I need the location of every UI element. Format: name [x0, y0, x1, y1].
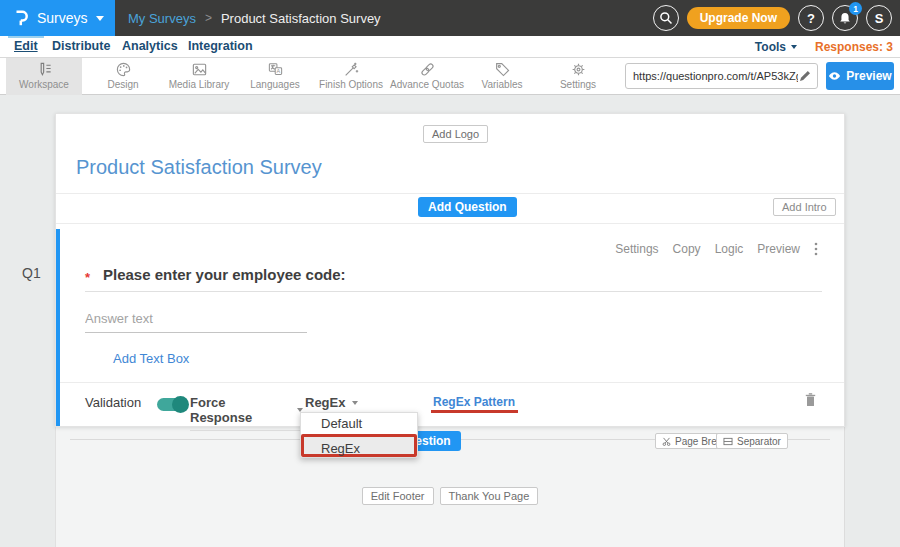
regex-pattern-link[interactable]: RegEx Pattern — [433, 395, 515, 409]
tab-analytics[interactable]: Analytics — [122, 36, 178, 58]
separator-icon — [723, 437, 733, 446]
divider — [56, 193, 844, 194]
separator-button[interactable]: Separator — [716, 433, 788, 449]
account-avatar[interactable]: S — [866, 5, 892, 31]
question-preview-action[interactable]: Preview — [757, 242, 800, 256]
gear-icon — [540, 60, 616, 79]
question-logic-action[interactable]: Logic — [715, 242, 744, 256]
validation-toggle[interactable] — [157, 398, 187, 411]
survey-url-box — [625, 63, 818, 89]
breadcrumb-current: Product Satisfaction Survey — [221, 11, 381, 26]
red-underline-annotation — [431, 410, 518, 413]
brand-menu-label: Surveys — [37, 10, 88, 26]
avatar-initial: S — [875, 11, 884, 26]
breadcrumb-my-surveys[interactable]: My Surveys — [128, 11, 196, 26]
required-marker: * — [85, 270, 90, 285]
responses-count[interactable]: Responses: 3 — [815, 40, 893, 54]
chevron-down-icon — [96, 16, 104, 21]
divider — [56, 223, 844, 224]
translate-icon: A — [237, 60, 313, 79]
brand-menu[interactable]: Surveys — [0, 0, 115, 36]
toolbar-item-label: Advance Quotas — [389, 79, 465, 91]
editor-page: Q1 Add Logo Product Satisfaction Survey … — [0, 95, 900, 547]
toolbar-item-advance-quotas[interactable]: Advance Quotas — [389, 58, 465, 95]
section-nav: Edit Distribute Analytics Integration To… — [0, 36, 900, 58]
breadcrumb-separator: > — [205, 11, 212, 25]
delete-question-icon[interactable] — [804, 392, 817, 407]
help-button[interactable]: ? — [798, 5, 824, 31]
survey-url-input[interactable] — [633, 70, 798, 82]
preview-button[interactable]: Preview — [826, 62, 894, 90]
survey-card: Add Logo Product Satisfaction Survey Add… — [55, 113, 845, 427]
tag-icon — [464, 60, 540, 79]
regex-value: RegEx — [305, 395, 345, 410]
answer-text-input[interactable] — [85, 309, 307, 333]
question-copy-action[interactable]: Copy — [673, 242, 701, 256]
toolbar-item-design[interactable]: Design — [85, 58, 161, 95]
toolbar-item-label: Languages — [237, 79, 313, 91]
edit-pencil-icon[interactable] — [798, 69, 812, 83]
magic-wand-icon — [313, 60, 389, 79]
thank-you-page-button[interactable]: Thank You Page — [440, 487, 539, 505]
preview-label: Preview — [846, 69, 891, 83]
toolbar-item-label: Variables — [464, 79, 540, 91]
dropdown-option-default[interactable]: Default — [301, 413, 417, 434]
toolbar-item-workspace[interactable]: Workspace — [6, 58, 82, 95]
question-text[interactable]: Please enter your employee code: — [103, 266, 346, 283]
search-button[interactable] — [653, 5, 679, 31]
force-response-select[interactable]: Force Response — [190, 395, 303, 431]
palette-icon — [85, 60, 161, 79]
topbar-actions: Upgrade Now ? 1 S — [653, 0, 892, 36]
svg-text:A: A — [276, 68, 280, 74]
toolbar-item-label: Settings — [540, 79, 616, 91]
question-settings-action[interactable]: Settings — [615, 242, 658, 256]
footer-buttons: Edit Footer Thank You Page — [0, 487, 900, 505]
toolbar-item-label: Finish Options — [313, 79, 389, 91]
upgrade-now-button[interactable]: Upgrade Now — [687, 7, 790, 29]
regex-dropdown-menu: Default RegEx — [300, 412, 418, 458]
tab-edit[interactable]: Edit — [14, 36, 38, 58]
help-icon: ? — [807, 11, 815, 26]
toolbar-item-label: Workspace — [6, 79, 82, 91]
chevron-down-icon — [791, 45, 797, 49]
tools-menu[interactable]: Tools — [755, 40, 797, 54]
top-header: Surveys My Surveys > Product Satisfactio… — [0, 0, 900, 36]
tab-distribute[interactable]: Distribute — [52, 36, 110, 58]
toolbar-item-finish-options[interactable]: Finish Options — [313, 58, 389, 95]
toolbar-item-settings[interactable]: Settings — [540, 58, 616, 95]
toolbar-item-languages[interactable]: A Languages — [237, 58, 313, 95]
add-text-box-link[interactable]: Add Text Box — [113, 351, 189, 366]
edit-footer-button[interactable]: Edit Footer — [362, 487, 434, 505]
chevron-down-icon — [352, 401, 358, 405]
add-question-button-top[interactable]: Add Question — [418, 197, 517, 217]
workspace-icon — [6, 60, 82, 79]
question-block: Settings Copy Logic Preview * Please ent… — [56, 229, 844, 426]
tabbar-right: Tools Responses: 3 — [755, 36, 893, 58]
toolbar-item-variables[interactable]: Variables — [464, 58, 540, 95]
notification-badge: 1 — [849, 2, 862, 15]
question-underline — [85, 291, 822, 292]
notifications-button[interactable]: 1 — [832, 5, 858, 31]
questionpro-logo-icon — [14, 9, 29, 27]
eye-icon — [828, 71, 841, 81]
more-options-icon[interactable] — [814, 242, 818, 256]
validation-label: Validation — [85, 395, 141, 410]
tab-integration[interactable]: Integration — [188, 36, 253, 58]
search-icon — [659, 11, 673, 25]
dropdown-option-regex[interactable]: RegEx — [301, 434, 417, 457]
divider — [60, 382, 844, 383]
breadcrumb: My Surveys > Product Satisfaction Survey — [128, 0, 381, 36]
add-logo-button[interactable]: Add Logo — [423, 125, 488, 143]
toolbar-item-media-library[interactable]: Media Library — [161, 58, 237, 95]
scissors-icon — [662, 437, 671, 446]
toggle-knob — [172, 396, 189, 413]
add-intro-button[interactable]: Add Intro — [773, 198, 836, 216]
questionpro-app: Surveys My Surveys > Product Satisfactio… — [0, 0, 900, 547]
survey-title[interactable]: Product Satisfaction Survey — [76, 156, 322, 179]
question-actions: Settings Copy Logic Preview — [615, 242, 818, 256]
tools-label: Tools — [755, 40, 786, 54]
workspace-toolbar: Workspace Design Media Library A Languag… — [0, 58, 900, 95]
separator-label: Separator — [737, 436, 781, 447]
toolbar-item-label: Media Library — [161, 79, 237, 91]
chain-link-icon — [389, 60, 465, 79]
